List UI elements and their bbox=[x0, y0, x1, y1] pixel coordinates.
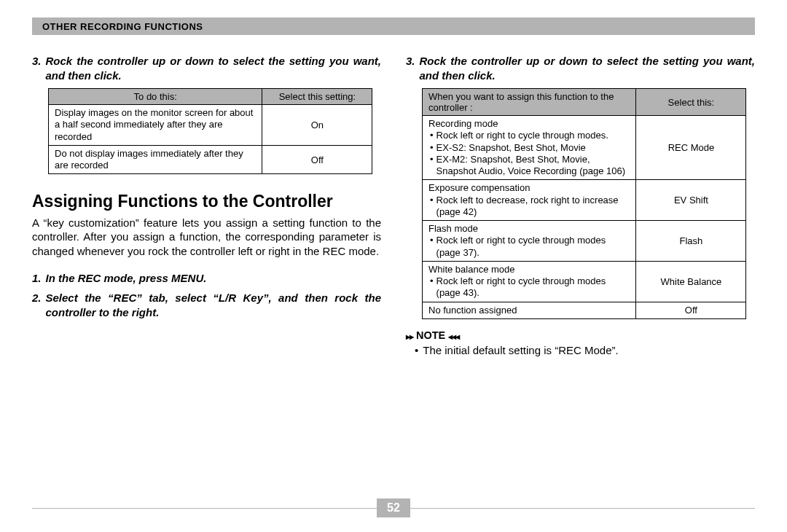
manual-page: OTHER RECORDING FUNCTIONS 3. Rock the co… bbox=[0, 0, 787, 532]
page-footer: 52 bbox=[32, 498, 755, 517]
step-text: Rock the controller up or down to select… bbox=[46, 54, 381, 82]
table2-row3-val: White Balance bbox=[636, 261, 746, 302]
row-bullet: •Rock left or right to cycle through mod… bbox=[428, 275, 630, 300]
table2-row1-desc: Exposure compensation •Rock left to decr… bbox=[423, 180, 636, 221]
step-text: Rock the controller up or down to select… bbox=[420, 54, 755, 82]
row-head: Recording mode bbox=[428, 118, 630, 130]
row-bullet: •Rock left or right to cycle through mod… bbox=[428, 130, 630, 141]
row-bullet: •Rock left or right to cycle through mod… bbox=[428, 235, 630, 259]
step-text: Select the “REC” tab, select “L/R Key”, … bbox=[46, 291, 381, 319]
note-heading: NOTE bbox=[406, 329, 755, 341]
table1-header-left: To do this: bbox=[49, 89, 262, 105]
step-number: 1. bbox=[32, 271, 42, 286]
row-head: No function assigned bbox=[428, 305, 630, 316]
left-step-1: 1. In the REC mode, press MENU. bbox=[32, 271, 381, 286]
left-column: 3. Rock the controller up or down to sel… bbox=[32, 50, 381, 356]
table2-header-left: When you want to assign this function to… bbox=[423, 89, 636, 116]
review-setting-table: To do this: Select this setting: Display… bbox=[48, 88, 372, 174]
table-row: Recording mode •Rock left or right to cy… bbox=[423, 116, 746, 180]
note-label: NOTE bbox=[416, 329, 445, 341]
step-text: In the REC mode, press MENU. bbox=[46, 271, 381, 286]
table2-row0-val: REC Mode bbox=[636, 116, 746, 180]
right-step-3: 3. Rock the controller up or down to sel… bbox=[406, 54, 755, 82]
step-number: 3. bbox=[406, 54, 415, 82]
table1-row1-val: Off bbox=[262, 145, 372, 174]
note-bullet-list: • The initial default setting is “REC Mo… bbox=[415, 344, 755, 356]
row-bullet: •EX-M2: Snapshot, Best Shot, Movie, Snap… bbox=[428, 154, 630, 178]
table-row: Do not display images immediately after … bbox=[49, 145, 372, 174]
table-row: White balance mode •Rock left or right t… bbox=[423, 261, 746, 302]
table1-row0-desc: Display images on the monitor screen for… bbox=[49, 105, 262, 146]
footer-rule-left bbox=[32, 508, 377, 509]
row-head: Exposure compensation bbox=[428, 182, 630, 194]
table1-row1-desc: Do not display images immediately after … bbox=[49, 145, 262, 174]
left-step-3: 3. Rock the controller up or down to sel… bbox=[32, 54, 381, 82]
table-row: Exposure compensation •Rock left to decr… bbox=[423, 180, 746, 221]
table-row: No function assigned Off bbox=[423, 302, 746, 318]
note-bullet-text: The initial default setting is “REC Mode… bbox=[423, 344, 618, 356]
footer-rule-right bbox=[410, 508, 755, 509]
table1-header-right: Select this setting: bbox=[262, 89, 372, 105]
section-paragraph: A “key customization” feature lets you a… bbox=[32, 216, 381, 258]
table2-row1-val: EV Shift bbox=[636, 180, 746, 221]
bullet-dot-icon: • bbox=[415, 344, 418, 356]
table1-row0-val: On bbox=[262, 105, 372, 146]
row-bullet: •EX-S2: Snapshot, Best Shot, Movie bbox=[428, 142, 630, 154]
table-row: Flash mode •Rock left or right to cycle … bbox=[423, 221, 746, 262]
left-step-2: 2. Select the “REC” tab, select “L/R Key… bbox=[32, 291, 381, 319]
table2-row4-val: Off bbox=[636, 302, 746, 318]
table2-row0-desc: Recording mode •Rock left or right to cy… bbox=[423, 116, 636, 180]
table2-row3-desc: White balance mode •Rock left or right t… bbox=[423, 261, 636, 302]
right-column: 3. Rock the controller up or down to sel… bbox=[406, 50, 755, 356]
row-bullet: •Rock left to decrease, rock right to in… bbox=[428, 195, 630, 219]
note-bullet-row: • The initial default setting is “REC Mo… bbox=[415, 344, 755, 356]
table2-header-right: Select this: bbox=[636, 89, 746, 116]
table-row: Display images on the monitor screen for… bbox=[49, 105, 372, 146]
section-header-text: OTHER RECORDING FUNCTIONS bbox=[42, 21, 203, 32]
triangle-right-icon bbox=[406, 329, 413, 341]
step-number: 3. bbox=[32, 54, 42, 82]
page-number: 52 bbox=[377, 498, 410, 517]
table2-row2-desc: Flash mode •Rock left or right to cycle … bbox=[423, 221, 636, 262]
section-header-bar: OTHER RECORDING FUNCTIONS bbox=[32, 17, 755, 35]
table2-row2-val: Flash bbox=[636, 221, 746, 262]
row-head: Flash mode bbox=[428, 223, 630, 235]
table2-row4-desc: No function assigned bbox=[423, 302, 636, 318]
triangle-left-icon bbox=[448, 329, 459, 341]
step-number: 2. bbox=[32, 291, 42, 319]
row-head: White balance mode bbox=[428, 264, 630, 275]
two-column-layout: 3. Rock the controller up or down to sel… bbox=[32, 50, 755, 356]
lr-key-assignment-table: When you want to assign this function to… bbox=[422, 88, 746, 319]
section-title: Assigning Functions to the Controller bbox=[32, 192, 381, 211]
